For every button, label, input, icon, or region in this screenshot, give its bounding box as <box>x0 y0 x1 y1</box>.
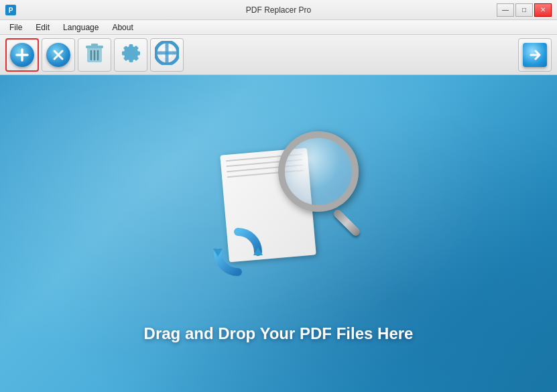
app-icon: P <box>5 5 16 15</box>
clear-all-button[interactable] <box>78 38 111 72</box>
trash-icon <box>85 42 104 68</box>
gear-icon <box>120 42 141 68</box>
svg-rect-8 <box>91 44 98 46</box>
toolbar-left <box>5 38 184 72</box>
close-icon <box>46 43 70 67</box>
magnify-lens <box>278 131 359 212</box>
remove-button[interactable] <box>42 38 75 72</box>
help-button[interactable] <box>150 38 184 72</box>
maximize-button[interactable]: □ <box>515 3 533 17</box>
menu-about[interactable]: About <box>105 20 139 34</box>
add-icon <box>10 43 34 67</box>
window-title: PDF Replacer Pro <box>246 5 311 15</box>
menu-edit[interactable]: Edit <box>29 20 56 34</box>
menu-file[interactable]: File <box>3 20 29 34</box>
magnifying-glass <box>251 131 359 239</box>
toolbar <box>0 35 557 75</box>
help-icon <box>155 41 179 69</box>
app-illustration <box>184 125 372 312</box>
svg-rect-15 <box>166 42 169 64</box>
title-bar: P PDF Replacer Pro — □ ✕ <box>0 0 557 20</box>
svg-text:P: P <box>9 7 13 14</box>
magnify-handle <box>332 208 362 237</box>
menu-language[interactable]: Language <box>56 20 105 34</box>
next-button[interactable] <box>518 38 552 72</box>
drop-zone-content: Drag and Drop Your PDF Files Here <box>144 125 414 343</box>
minimize-button[interactable]: — <box>497 3 514 17</box>
drop-zone[interactable]: Drag and Drop Your PDF Files Here <box>0 75 557 392</box>
menu-bar: File Edit Language About <box>0 20 557 35</box>
add-files-button[interactable] <box>5 38 39 72</box>
title-bar-controls: — □ ✕ <box>497 3 552 17</box>
title-bar-left: P <box>5 5 16 15</box>
arrow-right-icon <box>523 43 547 67</box>
settings-button[interactable] <box>114 38 147 72</box>
close-button[interactable]: ✕ <box>534 3 552 17</box>
drop-zone-text: Drag and Drop Your PDF Files Here <box>144 324 414 343</box>
